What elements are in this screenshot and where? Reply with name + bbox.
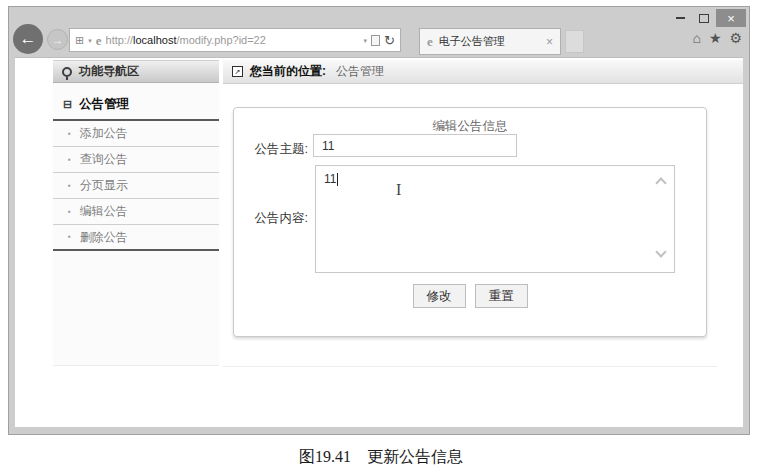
- form-title: 编辑公告信息: [234, 118, 706, 135]
- toolbar-icons: ⌂ ★ ⚙: [692, 31, 742, 45]
- browser-tab[interactable]: e 电子公告管理 ×: [419, 28, 561, 55]
- bullet-icon: ▪: [68, 233, 71, 241]
- content-textarea[interactable]: 11 I: [315, 165, 675, 273]
- form-buttons: 修改 重置: [234, 284, 706, 308]
- figure-scan: × ← → ⊞ ▾ e http://localhost/modify.php?…: [0, 0, 762, 475]
- address-bar[interactable]: ⊞ ▾ e http://localhost/modify.php?id=22 …: [69, 28, 401, 52]
- sidebar-group-announcements[interactable]: ⊟ 公告管理: [53, 96, 219, 121]
- autocomplete-dropdown-icon[interactable]: ▾: [364, 37, 368, 44]
- forward-button[interactable]: →: [47, 29, 68, 50]
- textarea-text: 11: [324, 172, 338, 186]
- ibeam-cursor-icon: I: [396, 181, 401, 199]
- sidebar-item-delete-announcement[interactable]: ▪ 删除公告: [53, 225, 219, 251]
- bullet-icon: ▪: [68, 156, 71, 164]
- sidebar-item-label: 查询公告: [80, 151, 128, 168]
- sidebar-item-query-announcement[interactable]: ▪ 查询公告: [53, 147, 219, 173]
- subject-label: 公告主题:: [234, 141, 308, 158]
- web-page: 功能导航区 ⊟ 公告管理 ▪ 添加公告 ▪ 查询公告 ▪ 分页显示: [15, 57, 743, 427]
- subject-input[interactable]: [313, 134, 517, 157]
- reset-button[interactable]: 重置: [475, 284, 528, 308]
- tab-favicon-icon: e: [427, 35, 433, 48]
- url-path: /modify.php?id=22: [176, 34, 265, 46]
- edit-announcement-panel: 编辑公告信息 公告主题: 公告内容: 11 I 修改 重置: [233, 107, 707, 337]
- url-prefix: http://: [106, 34, 134, 46]
- bullet-icon: ▪: [68, 182, 71, 190]
- breadcrumb: ↗ 您当前的位置: 公告管理: [223, 60, 743, 84]
- sidebar-item-paged-display[interactable]: ▪ 分页显示: [53, 173, 219, 199]
- bullet-icon: ▪: [68, 130, 71, 138]
- sidebar-item-label: 分页显示: [80, 177, 128, 194]
- new-tab-button[interactable]: [565, 30, 584, 53]
- site-badge-dropdown-icon[interactable]: ▾: [88, 37, 92, 44]
- settings-gear-icon[interactable]: ⚙: [729, 31, 742, 45]
- refresh-icon[interactable]: ↻: [384, 34, 395, 47]
- browser-window: × ← → ⊞ ▾ e http://localhost/modify.php?…: [8, 6, 750, 435]
- home-icon[interactable]: ⌂: [692, 31, 700, 45]
- url-text[interactable]: http://localhost/modify.php?id=22: [106, 34, 360, 46]
- text-caret: [337, 173, 338, 186]
- bulb-icon: [62, 67, 72, 77]
- content-divider: [223, 366, 717, 367]
- sidebar-item-label: 删除公告: [80, 229, 128, 246]
- modify-button[interactable]: 修改: [413, 284, 466, 308]
- ie-icon: e: [96, 34, 102, 47]
- sidebar-item-label: 添加公告: [80, 125, 128, 142]
- url-host: localhost: [133, 34, 176, 46]
- back-icon: ←: [20, 29, 37, 49]
- sidebar-header: 功能导航区: [53, 60, 219, 83]
- breadcrumb-value: 公告管理: [336, 63, 384, 80]
- tab-close-icon[interactable]: ×: [546, 35, 553, 49]
- sidebar-group-label: 公告管理: [79, 96, 129, 113]
- tab-title: 电子公告管理: [439, 34, 505, 49]
- sidebar-item-edit-announcement[interactable]: ▪ 编辑公告: [53, 199, 219, 225]
- site-badge-icon[interactable]: ⊞: [75, 35, 84, 46]
- favorites-star-icon[interactable]: ★: [709, 31, 722, 45]
- forward-icon: →: [52, 33, 64, 47]
- restore-icon: [699, 14, 709, 23]
- scroll-down-icon[interactable]: [655, 246, 666, 257]
- sidebar: 功能导航区 ⊟ 公告管理 ▪ 添加公告 ▪ 查询公告 ▪ 分页显示: [53, 60, 219, 366]
- breadcrumb-label: 您当前的位置:: [250, 63, 326, 80]
- scroll-up-icon[interactable]: [655, 177, 666, 188]
- minimize-icon: [676, 17, 685, 19]
- figure-caption: 图19.41 更新公告信息: [0, 447, 762, 468]
- back-button[interactable]: ←: [13, 24, 43, 54]
- bullet-icon: ▪: [68, 208, 71, 216]
- navigation-bar: ← → ⊞ ▾ e http://localhost/modify.php?id…: [9, 24, 749, 57]
- content-label: 公告内容:: [234, 210, 308, 227]
- sidebar-item-label: 编辑公告: [80, 203, 128, 220]
- collapse-icon[interactable]: ⊟: [63, 99, 72, 110]
- sidebar-item-add-announcement[interactable]: ▪ 添加公告: [53, 121, 219, 147]
- sidebar-header-label: 功能导航区: [79, 63, 139, 80]
- main-content: ↗ 您当前的位置: 公告管理 编辑公告信息 公告主题: 公告内容: 11 I: [223, 60, 743, 427]
- location-icon: ↗: [232, 66, 243, 77]
- compatibility-view-icon[interactable]: [371, 35, 380, 46]
